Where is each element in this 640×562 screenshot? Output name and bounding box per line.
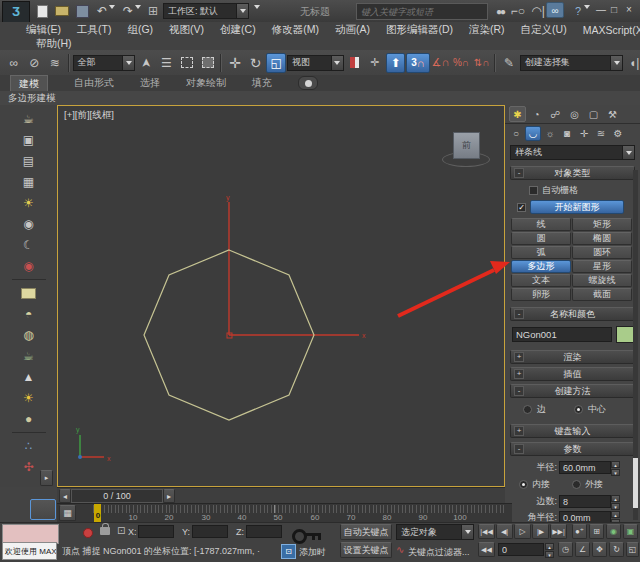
hierarchy-tab-icon[interactable]: ☍ [547, 106, 564, 122]
command-panel-scrollbar[interactable] [633, 170, 638, 520]
ribbon-tab-modeling[interactable]: 建模 [10, 75, 48, 91]
snaps-toggle-icon[interactable]: 3∩ [406, 53, 429, 73]
space-warps-category-icon[interactable]: ≋ [593, 126, 609, 141]
shape-button-arc[interactable]: 弧 [511, 246, 571, 259]
render-setup-icon[interactable]: ▣ [19, 130, 39, 150]
previous-key-icon[interactable]: ◀◀ [478, 542, 495, 557]
omni-light-icon[interactable]: ☀ [19, 388, 39, 408]
auto-key-button[interactable]: 自动关键点 [340, 524, 392, 540]
mini-curve-editor-icon[interactable]: ▦ [59, 505, 76, 521]
lights-category-icon[interactable]: ☼ [542, 126, 558, 141]
rollout-parameters[interactable]: - 参数 [510, 442, 635, 456]
render-teapot-icon[interactable]: ☕ [19, 109, 39, 129]
app-logo-icon[interactable]: Ӡ [2, 1, 30, 23]
orbit-view-icon[interactable]: ↻ [609, 542, 624, 557]
helpers-category-icon[interactable]: ✛ [576, 126, 592, 141]
current-time-input[interactable] [498, 543, 544, 556]
circumscribed-radio[interactable] [572, 480, 581, 489]
minimize-window-icon[interactable]: — [596, 4, 606, 15]
inscribed-radio[interactable] [519, 480, 528, 489]
sphere-primitive-icon[interactable]: ● [19, 409, 39, 429]
workspace-dropdown[interactable]: 工作区: 默认 [163, 3, 249, 19]
object-name-input[interactable] [512, 327, 612, 342]
project-folder-icon[interactable]: ⊞ [143, 1, 163, 21]
teapot-primitive-icon[interactable]: ☕ [19, 346, 39, 366]
menu-help[interactable]: 帮助(H) [36, 37, 72, 51]
ribbon-tab-object-paint[interactable]: 对象绘制 [186, 76, 226, 90]
workspace-dropdown-arrow-icon[interactable] [236, 4, 248, 18]
percent-snap-icon[interactable]: %∩ [451, 53, 471, 73]
select-and-manipulate-icon[interactable]: ✛ [365, 53, 385, 73]
timeline-ruler[interactable]: ▦ 0 10 20 30 40 50 60 70 80 90 100 [57, 503, 512, 523]
left-toolbar-selected-tool-button[interactable] [30, 499, 56, 520]
create-tab-icon[interactable]: ✱ [509, 106, 526, 122]
autogrid-checkbox[interactable] [529, 186, 538, 195]
rollout-creation-method[interactable]: - 创建方法 [510, 384, 635, 398]
maxscript-listener-welcome[interactable]: 欢迎使用 MAXScript [2, 542, 57, 560]
particles-icon[interactable]: ∴ [19, 436, 39, 456]
keyboard-shortcut-override-icon[interactable]: ⬆ [386, 53, 406, 73]
box-primitive-icon[interactable] [19, 283, 39, 303]
time-configuration-icon[interactable]: ◷ [558, 542, 573, 557]
shape-button-ngon[interactable]: 多边形 [511, 260, 571, 273]
communication-center-icon[interactable]: ◠| [528, 1, 548, 21]
key-filters-wave-icon[interactable]: ∿ [396, 544, 404, 555]
menu-graph-editors[interactable]: 图形编辑器(D) [386, 23, 453, 37]
light-icon[interactable]: ☀ [19, 193, 39, 213]
zoom-extents-all-icon[interactable]: ▣ [623, 524, 638, 539]
set-key-button[interactable]: 设置关键点 [340, 542, 392, 558]
sign-in-icon[interactable]: ∞ [546, 2, 564, 18]
time-slider-track[interactable]: ◂ 0 / 100 ▸ [57, 487, 505, 504]
mirror-icon[interactable]: ◖| [624, 53, 640, 73]
ribbon-panel-polygon-modeling[interactable]: 多边形建模 [8, 92, 56, 105]
open-file-icon[interactable] [52, 1, 72, 21]
cone-primitive-icon[interactable]: ▲ [19, 367, 39, 387]
selection-lock-icon[interactable] [100, 527, 110, 535]
search-box[interactable] [356, 3, 488, 20]
selection-filter-dropdown[interactable]: 全部 [73, 55, 136, 71]
shape-button-helix[interactable]: 螺旋线 [572, 274, 632, 287]
shape-category-dropdown[interactable]: 样条线 [510, 145, 635, 160]
add-time-tag-button[interactable]: 添加时 [299, 546, 333, 559]
close-window-icon[interactable]: × [626, 4, 632, 15]
named-selection-sets-dropdown[interactable]: 创建选择集 [520, 55, 624, 71]
menu-rendering[interactable]: 渲染(R) [469, 23, 505, 37]
rollout-interpolation[interactable]: + 插值 [510, 367, 635, 381]
spinner-snap-icon[interactable]: ⇅∩ [472, 53, 492, 73]
search-binoculars-icon[interactable]: ●● [490, 1, 510, 21]
time-slider-next-icon[interactable]: ▸ [163, 489, 175, 503]
zoom-region-icon[interactable]: ⊞ [589, 524, 604, 539]
shadow-icon[interactable]: ☾ [19, 235, 39, 255]
modify-tab-icon[interactable]: ◔ [528, 106, 545, 122]
menu-edit[interactable]: 编辑(E) [26, 23, 61, 37]
unlink-selection-icon[interactable]: ⊘ [25, 53, 45, 73]
window-crossing-icon[interactable] [198, 53, 218, 73]
isolate-selection-icon[interactable] [83, 528, 93, 538]
prompt-mode-icon[interactable]: ⊡ [281, 544, 296, 559]
search-input[interactable] [359, 5, 485, 18]
maximize-window-icon[interactable]: □ [611, 4, 617, 15]
sides-input[interactable]: 8 [559, 495, 611, 508]
time-slider-prev-icon[interactable]: ◂ [59, 489, 71, 503]
selection-set-dropdown[interactable]: 选定对象 [396, 524, 474, 540]
curve-editor-icon[interactable]: ▤ [19, 151, 39, 171]
rollout-rendering[interactable]: + 渲染 [510, 350, 635, 364]
menu-tools[interactable]: 工具(T) [77, 23, 111, 37]
rectangular-selection-region-icon[interactable] [177, 53, 197, 73]
key-filters-button[interactable]: 关键点过滤器... [408, 546, 470, 559]
radius-spinner[interactable]: ▴▾ [611, 461, 620, 474]
z-coord-input[interactable] [246, 525, 282, 538]
schematic-view-icon[interactable]: ▦ [19, 172, 39, 192]
shape-button-rectangle[interactable]: 矩形 [572, 218, 632, 231]
shape-button-egg[interactable]: 卵形 [511, 288, 571, 301]
field-of-view-icon[interactable]: ∠ [575, 542, 590, 557]
key-mode-toggle-icon[interactable]: ●⁺ [572, 524, 587, 539]
next-frame-icon[interactable]: |▶ [532, 524, 549, 539]
save-file-icon[interactable] [72, 1, 92, 21]
time-slider-thumb[interactable]: 0 / 100 [71, 489, 163, 503]
radius-input[interactable]: 60.0mm [559, 461, 611, 474]
select-and-scale-icon[interactable]: ◱ [266, 53, 286, 73]
menu-views[interactable]: 视图(V) [169, 23, 204, 37]
ribbon-tab-selection[interactable]: 选择 [140, 76, 160, 90]
pan-view-icon[interactable]: ✥ [592, 542, 607, 557]
